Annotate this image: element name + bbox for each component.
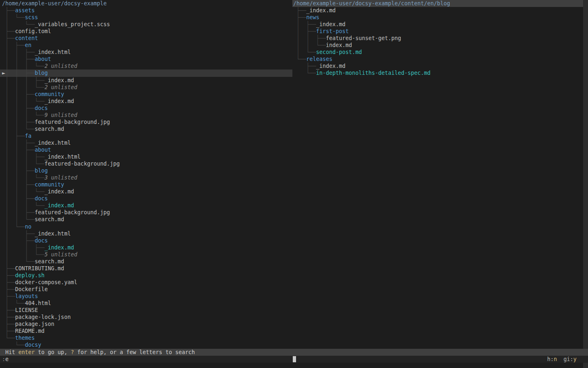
tree-row-docs[interactable]: │ │ ├──docs <box>0 195 292 202</box>
tree-row-dockerfile[interactable]: ├──Dockerfile <box>0 286 292 293</box>
tree-row-9-unlisted[interactable]: │ │ │ └──9 unlisted <box>0 112 292 119</box>
tree-guides: │ │ ├── <box>5 91 35 98</box>
tree-row--index-md[interactable]: ├──_index.md <box>292 7 583 14</box>
tree-row--index-html[interactable]: │ │ │ ├──_index.html <box>0 153 292 160</box>
marker-space <box>2 342 5 348</box>
right-panel-root-path[interactable]: /home/example-user/docsy-example/content… <box>292 0 583 7</box>
marker-space <box>2 105 5 111</box>
tree-row-search-md[interactable]: │ │ └──search.md <box>0 126 292 132</box>
tree-guides: │ ├── <box>296 28 316 35</box>
tree-guides: │ │ ├── <box>5 105 35 112</box>
tree-row-package-json[interactable]: ├──package.json <box>0 321 292 328</box>
marker-space <box>2 293 5 299</box>
tree-row-in-depth-monoliths-detailed-spec-md[interactable]: └──in-depth-monoliths-detailed-spec.md <box>292 70 583 76</box>
entry-name: search.md <box>35 216 64 222</box>
tree-row-docs[interactable]: │ ├──docs <box>0 237 292 244</box>
tree-row-index-md[interactable]: │ │ └──index.md <box>292 42 583 49</box>
marker-space <box>2 49 5 55</box>
tree-row--variables-project-scss[interactable]: │ └──_variables_project.scss <box>0 21 292 28</box>
entry-name: layouts <box>15 293 38 299</box>
entry-name: search.md <box>35 258 64 265</box>
tree-guides: ├── <box>296 7 306 14</box>
tree-guides: │ │ │ └── <box>5 160 45 167</box>
tree-row-readme-md[interactable]: ├──README.md <box>0 328 292 334</box>
entry-name: docker-compose.yaml <box>15 279 77 285</box>
tree-row--index-md[interactable]: ├──_index.md <box>292 63 583 70</box>
tree-row-about[interactable]: │ │ ├──about <box>0 56 292 63</box>
tree-row-2-unlisted[interactable]: │ │ │ └──2 unlisted <box>0 84 292 91</box>
tree-guides: └── <box>5 334 15 341</box>
entry-name: themes <box>15 335 35 341</box>
entry-name: Dockerfile <box>15 286 48 292</box>
entry-name: 2 unlisted <box>45 63 77 69</box>
tree-row-assets[interactable]: ├──assets <box>0 7 292 14</box>
tree-row-scss[interactable]: │ └──scss <box>0 14 292 21</box>
tree-row-en[interactable]: │ ├──en <box>0 42 292 49</box>
tree-row-featured-background-jpg[interactable]: │ │ ├──featured-background.jpg <box>0 209 292 216</box>
marker-space <box>2 14 5 20</box>
tree-row--index-md[interactable]: │ │ │ └──_index.md <box>0 188 292 195</box>
left-panel-root-path[interactable]: /home/example-user/docsy-example <box>0 0 292 7</box>
tree-row-second-post-md[interactable]: │ └──second-post.md <box>292 49 583 56</box>
entry-name: featured-background.jpg <box>35 119 110 125</box>
tree-row-featured-sunset-get-png[interactable]: │ │ ├──featured-sunset-get.png <box>292 35 583 42</box>
tree-row--index-md[interactable]: │ ├──_index.md <box>292 21 583 28</box>
tree-guides: │ │ │ └── <box>5 202 45 209</box>
marker-space <box>2 133 5 139</box>
tree-guides: ├── <box>296 14 306 21</box>
tree-row-5-unlisted[interactable]: │ │ └──5 unlisted <box>0 251 292 258</box>
tree-row--index-html[interactable]: │ │ ├──_index.html <box>0 139 292 146</box>
right-tree-rows: ├──_index.md ├──news │ ├──_index.md │ ├─… <box>292 7 583 76</box>
tree-row-featured-background-jpg[interactable]: │ │ │ └──featured-background.jpg <box>0 160 292 167</box>
tree-row-community[interactable]: │ │ ├──community <box>0 181 292 188</box>
entry-name: in-depth-monoliths-detailed-spec.md <box>316 70 430 76</box>
tree-row-package-lock-json[interactable]: ├──package-lock.json <box>0 314 292 321</box>
entry-name: _index.html <box>35 140 71 146</box>
tree-row-404-html[interactable]: │ └──404.html <box>0 300 292 307</box>
entry-name: no <box>25 224 31 230</box>
tree-row-blog[interactable]: ►│ │ ├──blog <box>0 70 292 76</box>
tree-guides: │ │ └── <box>296 42 326 49</box>
tree-guides: │ │ │ ├── <box>5 77 45 84</box>
tree-row-search-md[interactable]: │ │ └──search.md <box>0 216 292 223</box>
tree-row-layouts[interactable]: ├──layouts <box>0 293 292 300</box>
tree-row-blog[interactable]: │ │ ├──blog <box>0 167 292 174</box>
marker-space <box>2 279 5 285</box>
tree-row-themes[interactable]: └──themes <box>0 334 292 341</box>
tree-row-about[interactable]: │ │ ├──about <box>0 146 292 153</box>
tree-row-community[interactable]: │ │ ├──community <box>0 91 292 98</box>
tree-guides: ├── <box>5 28 15 35</box>
entry-name: featured-sunset-get.png <box>326 35 401 41</box>
tree-row-2-unlisted[interactable]: │ │ │ └──2 unlisted <box>0 63 292 70</box>
tree-row-releases[interactable]: └──releases <box>292 56 583 63</box>
tree-row-config-toml[interactable]: ├──config.toml <box>0 28 292 35</box>
tree-row--index-md[interactable]: │ │ │ └──_index.md <box>0 202 292 209</box>
left-panel-input[interactable]: :e <box>2 356 9 363</box>
tree-row-no[interactable]: │ └──no <box>0 223 292 230</box>
tree-row-deploy-sh[interactable]: ├──deploy.sh <box>0 272 292 279</box>
tree-row--index-md[interactable]: │ │ │ ├──_index.md <box>0 77 292 84</box>
tree-row-license[interactable]: ├──LICENSE <box>0 307 292 314</box>
tree-row-3-unlisted[interactable]: │ │ │ └──3 unlisted <box>0 174 292 181</box>
marker-space <box>2 216 5 222</box>
marker-space <box>293 49 296 55</box>
tree-row-featured-background-jpg[interactable]: │ │ ├──featured-background.jpg <box>0 119 292 126</box>
tree-row-docsy[interactable]: └──docsy <box>0 341 292 348</box>
marker-space <box>293 63 296 69</box>
tree-row-search-md[interactable]: │ └──search.md <box>0 258 292 265</box>
tree-guides: │ │ ├── <box>5 181 35 188</box>
marker-space <box>293 28 296 34</box>
tree-row-first-post[interactable]: │ ├──first-post <box>292 28 583 35</box>
tree-row-news[interactable]: ├──news <box>292 14 583 21</box>
tree-row-fa[interactable]: │ ├──fa <box>0 132 292 139</box>
tree-row-docs[interactable]: │ │ ├──docs <box>0 105 292 112</box>
tree-row--index-md[interactable]: │ │ │ └──_index.md <box>0 98 292 105</box>
tree-row-content[interactable]: ├──content <box>0 35 292 42</box>
tree-row-contributing-md[interactable]: ├──CONTRIBUTING.md <box>0 265 292 272</box>
command-input-bar[interactable]: :e h:ngi:y <box>0 356 588 363</box>
tree-row-docker-compose-yaml[interactable]: ├──docker-compose.yaml <box>0 279 292 286</box>
tree-guides: │ └── <box>5 300 25 307</box>
tree-row--index-html[interactable]: │ ├──_index.html <box>0 230 292 237</box>
tree-row--index-md[interactable]: │ │ ├──_index.md <box>0 244 292 251</box>
tree-row--index-html[interactable]: │ │ ├──_index.html <box>0 49 292 56</box>
